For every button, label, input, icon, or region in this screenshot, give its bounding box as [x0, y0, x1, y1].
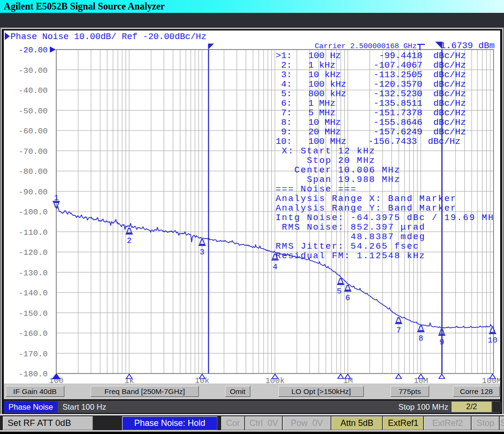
svg-text:-170.0: -170.0 — [19, 350, 48, 359]
svg-text:-160.0: -160.0 — [19, 329, 48, 338]
svg-text:-100.0: -100.0 — [19, 208, 48, 217]
svg-text:X: Start 12 kHz: X: Start 12 kHz — [276, 146, 376, 156]
svg-text:Phase Noise 10.00dB/ Ref -20.0: Phase Noise 10.00dB/ Ref -20.00dBc/Hz — [10, 32, 206, 42]
svg-text:RMS Jitter: 54.265 fsec: RMS Jitter: 54.265 fsec — [276, 242, 419, 252]
svg-text:Center 10.006 MHz: Center 10.006 MHz — [276, 165, 401, 175]
svg-text:9: 20 MHz -157.6249 dB: 9: 20 MHz -157.6249 dBc/Hz — [276, 127, 466, 137]
svg-text:6: 6 — [345, 293, 350, 303]
svg-text:RMS Noise: 852.397 μrad: RMS Noise: 852.397 μrad — [276, 222, 425, 232]
svg-text:5: 800 kHz -132.5230 dB: 5: 800 kHz -132.5230 dBc/Hz — [276, 89, 466, 99]
svg-text:=== Noise ===: === Noise === — [276, 184, 357, 194]
svg-text:-130.0: -130.0 — [19, 269, 48, 278]
svg-text:7: 5 MHz -151.7378 dB: 7: 5 MHz -151.7378 dBc/Hz — [276, 108, 466, 118]
svg-text:-40.00: -40.00 — [19, 86, 48, 95]
svg-text:1.6739 dBm: 1.6739 dBm — [441, 40, 495, 51]
svg-text:48.8387 mdeg: 48.8387 mdeg — [276, 232, 425, 242]
svg-text:10: 10 — [488, 336, 497, 345]
svg-text:5: 5 — [337, 287, 341, 296]
svg-text:Analysis Range X: Band Marker: Analysis Range X: Band Marker — [276, 194, 457, 204]
svg-text:-150.0: -150.0 — [19, 309, 48, 318]
svg-text:10: 100 MHz -156.7433 dB: 10: 100 MHz -156.7433 dBc/Hz — [276, 136, 461, 147]
svg-text:Stop 20 MHz: Stop 20 MHz — [276, 156, 376, 166]
svg-text:8: 10 MHz -155.8646 dB: 8: 10 MHz -155.8646 dBc/Hz — [276, 117, 466, 128]
svg-text:-140.0: -140.0 — [19, 289, 48, 298]
svg-text:Residual FM: 1.12548 kHz: Residual FM: 1.12548 kHz — [276, 251, 425, 261]
svg-text:-30.00: -30.00 — [19, 66, 48, 75]
svg-text:-60.00: -60.00 — [19, 127, 48, 136]
svg-text:-90.00: -90.00 — [19, 188, 48, 197]
svg-text:Intg Noise: -64.3975 dBc / 19.: Intg Noise: -64.3975 dBc / 19.69 MH — [276, 213, 494, 223]
svg-text:Span 19.988 MHz: Span 19.988 MHz — [276, 175, 401, 185]
svg-text:-70.00: -70.00 — [19, 147, 48, 156]
svg-text:8: 8 — [419, 334, 423, 343]
svg-text:9: 9 — [439, 338, 444, 347]
svg-text:-180.0: -180.0 — [19, 370, 48, 379]
svg-text:4: 100 kHz -120.3570 dB: 4: 100 kHz -120.3570 dBc/Hz — [276, 79, 466, 90]
svg-text:-50.00: -50.00 — [19, 107, 48, 116]
svg-text:6: 1 MHz -135.8511 dB: 6: 1 MHz -135.8511 dBc/Hz — [276, 98, 466, 109]
svg-text:3: 3 — [200, 248, 205, 257]
svg-text:>1: 100 Hz -99.4418 d: >1: 100 Hz -99.4418 dBc/Hz — [276, 50, 466, 61]
svg-text:-110.0: -110.0 — [19, 228, 48, 237]
svg-text:-120.0: -120.0 — [19, 248, 48, 257]
svg-text:Analysis Range Y: Band Marker: Analysis Range Y: Band Marker — [276, 203, 457, 213]
svg-text:1: 1 — [54, 193, 59, 202]
svg-text:2: 2 — [127, 236, 132, 245]
svg-text:-20.00: -20.00 — [19, 46, 48, 55]
svg-text:3: 10 kHz -113.2505 dB: 3: 10 kHz -113.2505 dBc/Hz — [276, 70, 466, 80]
svg-text:4: 4 — [273, 262, 278, 272]
svg-text:-80.00: -80.00 — [19, 167, 48, 176]
svg-text:7: 7 — [396, 326, 401, 335]
svg-text:2: 1 kHz -107.4067 dB: 2: 1 kHz -107.4067 dBc/Hz — [276, 60, 466, 71]
svg-text:Carrier 2.500000168 GHz: Carrier 2.500000168 GHz — [315, 42, 417, 50]
